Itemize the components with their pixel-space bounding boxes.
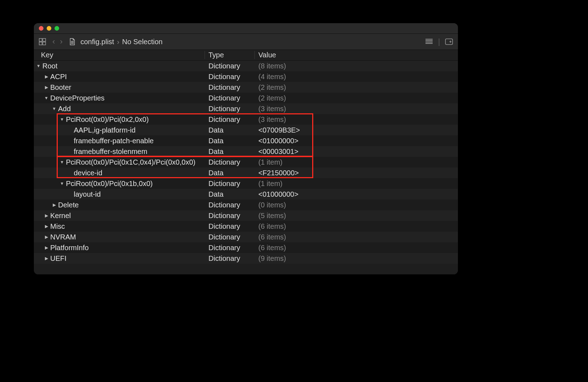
table-row[interactable]: ▼DevicePropertiesDictionary(2 items) <box>34 93 458 103</box>
table-row[interactable]: framebuffer-patch-enableData<01000000> <box>34 135 458 146</box>
key-text: Root <box>42 62 57 70</box>
key-text: UEFI <box>50 254 67 263</box>
key-text: Kernel <box>50 212 71 220</box>
key-text: PciRoot(0x0)/Pci(0x1b,0x0) <box>66 180 153 188</box>
table-row[interactable]: ▶KernelDictionary(5 items) <box>34 210 458 221</box>
value-cell: (1 item) <box>255 158 458 166</box>
sidebar-icon[interactable] <box>39 38 46 45</box>
chevron-right-icon[interactable]: ▶ <box>44 85 49 90</box>
close-icon[interactable] <box>39 26 43 31</box>
table-row[interactable]: ▶NVRAMDictionary(6 items) <box>34 232 458 242</box>
key-cell: ▼Add <box>34 103 205 114</box>
value-cell: (6 items) <box>255 222 458 231</box>
key-cell: AAPL,ig-platform-id <box>34 125 205 135</box>
nav-forward-button[interactable]: › <box>58 37 64 46</box>
minimize-icon[interactable] <box>47 26 51 31</box>
value-cell: <01000000> <box>255 190 458 198</box>
key-cell: ▼Root <box>34 61 205 71</box>
key-text: NVRAM <box>50 233 76 241</box>
list-view-icon[interactable] <box>425 38 433 45</box>
column-type[interactable]: Type <box>205 51 255 59</box>
type-cell: Data <box>205 169 255 177</box>
column-key[interactable]: Key <box>34 51 205 59</box>
chevron-right-icon[interactable]: ▶ <box>52 202 57 207</box>
traffic-lights <box>39 26 59 31</box>
key-text: Misc <box>50 222 65 231</box>
column-value[interactable]: Value <box>255 51 458 59</box>
key-cell: device-id <box>34 167 205 178</box>
plist-outline[interactable]: ▼RootDictionary(8 items)▶ACPIDictionary(… <box>34 61 458 274</box>
chevron-right-icon[interactable]: ▶ <box>44 74 49 79</box>
chevron-down-icon[interactable]: ▼ <box>60 117 65 122</box>
type-cell: Dictionary <box>205 105 255 113</box>
document-icon <box>69 38 76 45</box>
value-cell: (0 items) <box>255 201 458 209</box>
nav-buttons: ‹ › <box>51 37 64 46</box>
chevron-down-icon[interactable]: ▼ <box>52 106 57 111</box>
breadcrumb-selection: No Selection <box>122 38 163 46</box>
key-text: Add <box>58 105 71 113</box>
key-text: framebuffer-patch-enable <box>74 137 154 145</box>
chevron-right-icon[interactable]: ▶ <box>44 224 49 229</box>
type-cell: Dictionary <box>205 201 255 209</box>
svg-rect-2 <box>39 42 42 45</box>
zoom-icon[interactable] <box>55 26 59 31</box>
table-row[interactable]: ▶PlatformInfoDictionary(6 items) <box>34 242 458 253</box>
table-row[interactable]: ▼RootDictionary(8 items) <box>34 61 458 71</box>
toolbar: ‹ › config.plist › No Selection | <box>34 34 458 50</box>
table-row[interactable]: framebuffer-stolenmemData<00003001> <box>34 146 458 157</box>
key-cell: ▶NVRAM <box>34 232 205 242</box>
chevron-down-icon[interactable]: ▼ <box>60 181 65 186</box>
type-cell: Dictionary <box>205 180 255 188</box>
table-row[interactable]: device-idData<F2150000> <box>34 167 458 178</box>
chevron-right-icon[interactable]: ▶ <box>44 234 49 239</box>
key-cell: layout-id <box>34 189 205 200</box>
titlebar <box>34 23 458 34</box>
chevron-right-icon[interactable]: ▶ <box>44 245 49 250</box>
value-cell: (8 items) <box>255 62 458 70</box>
key-text: layout-id <box>74 190 101 198</box>
table-row[interactable]: layout-idData<01000000> <box>34 189 458 200</box>
type-cell: Dictionary <box>205 73 255 81</box>
value-cell: <F2150000> <box>255 169 458 177</box>
nav-back-button[interactable]: ‹ <box>51 37 56 46</box>
chevron-right-icon[interactable]: ▶ <box>44 213 49 218</box>
key-text: Booter <box>50 83 71 92</box>
table-row[interactable]: ▶DeleteDictionary(0 items) <box>34 200 458 210</box>
value-cell: (1 item) <box>255 180 458 188</box>
key-cell: ▶Booter <box>34 82 205 93</box>
key-text: framebuffer-stolenmem <box>74 148 147 156</box>
table-row[interactable]: ▼PciRoot(0x0)/Pci(0x1C,0x4)/Pci(0x0,0x0)… <box>34 157 458 167</box>
table-row[interactable]: ▶UEFIDictionary(9 items) <box>34 253 458 264</box>
table-row[interactable]: ▼PciRoot(0x0)/Pci(0x2,0x0)Dictionary(3 i… <box>34 114 458 125</box>
key-text: AAPL,ig-platform-id <box>74 126 135 134</box>
type-cell: Dictionary <box>205 158 255 166</box>
type-cell: Dictionary <box>205 222 255 231</box>
value-cell: (4 items) <box>255 73 458 81</box>
key-text: PlatformInfo <box>50 244 89 252</box>
chevron-right-icon: › <box>117 38 119 46</box>
app-window: ‹ › config.plist › No Selection | <box>34 23 458 274</box>
key-cell: ▶UEFI <box>34 253 205 264</box>
type-cell: Dictionary <box>205 233 255 241</box>
table-row[interactable]: ▼AddDictionary(3 items) <box>34 103 458 114</box>
key-cell: ▼PciRoot(0x0)/Pci(0x1b,0x0) <box>34 178 205 189</box>
table-row[interactable]: ▶BooterDictionary(2 items) <box>34 82 458 93</box>
table-row[interactable]: AAPL,ig-platform-idData<07009B3E> <box>34 125 458 135</box>
type-cell: Data <box>205 148 255 156</box>
chevron-down-icon[interactable]: ▼ <box>44 96 49 100</box>
table-row[interactable]: ▼PciRoot(0x0)/Pci(0x1b,0x0)Dictionary(1 … <box>34 178 458 189</box>
table-row[interactable]: ▶MiscDictionary(6 items) <box>34 221 458 232</box>
key-cell: ▶ACPI <box>34 71 205 82</box>
type-cell: Dictionary <box>205 254 255 263</box>
chevron-down-icon[interactable]: ▼ <box>36 63 41 68</box>
breadcrumb[interactable]: config.plist › No Selection <box>81 38 163 46</box>
key-text: PciRoot(0x0)/Pci(0x2,0x0) <box>66 115 149 124</box>
value-cell: (6 items) <box>255 233 458 241</box>
column-headers: Key Type Value <box>34 50 458 61</box>
table-row[interactable]: ▶ACPIDictionary(4 items) <box>34 71 458 82</box>
chevron-down-icon[interactable]: ▼ <box>60 160 65 165</box>
type-cell: Dictionary <box>205 244 255 252</box>
add-pane-icon[interactable] <box>445 38 453 45</box>
chevron-right-icon[interactable]: ▶ <box>44 256 49 261</box>
